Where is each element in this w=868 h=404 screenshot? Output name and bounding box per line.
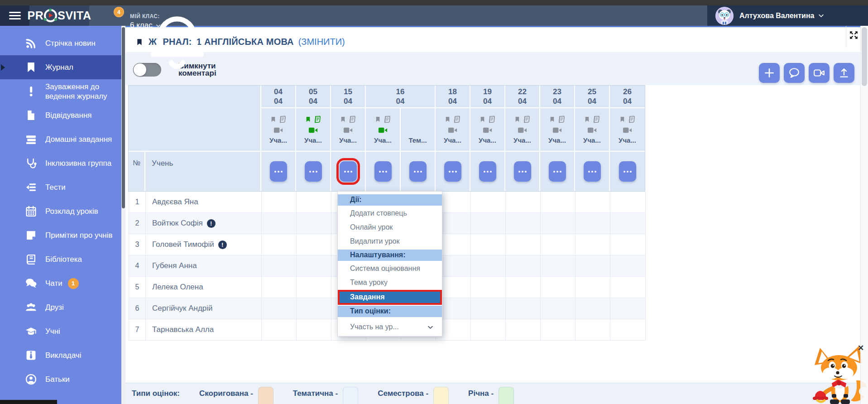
grade-cell[interactable] [575,255,610,276]
mascot-close-button[interactable]: ✕ [856,343,865,352]
lesson-icons-cell[interactable]: Уча... [366,108,401,151]
lesson-icons-cell[interactable]: Тем... [401,108,436,151]
sidebar-item[interactable]: Батьки [0,367,121,391]
grade-cell[interactable] [297,234,331,255]
column-menu-button[interactable] [584,161,601,182]
grade-cell[interactable] [262,319,297,340]
sidebar-item[interactable]: Чати 1 [0,271,121,295]
column-menu-button[interactable] [619,161,636,182]
date-column-header[interactable]: 04 04 [261,86,296,107]
sidebar-item[interactable]: Домашні завдання [0,127,121,151]
lesson-icons-cell[interactable]: Уча... [575,108,610,151]
grade-cell[interactable] [610,234,645,255]
lesson-icons-cell[interactable]: Уча... [470,108,505,151]
context-menu-row[interactable]: Налаштування: [338,250,442,261]
column-menu-button[interactable] [409,161,427,182]
column-menu-button[interactable] [374,161,392,182]
context-menu-row[interactable]: Тип оцінки: [338,306,442,317]
sidebar-item[interactable]: Друзі [0,295,121,319]
date-column-header[interactable]: 16 04 [366,86,436,107]
grade-cell[interactable] [297,277,331,298]
column-menu-button[interactable] [514,161,531,182]
menu-toggle-button[interactable] [0,5,29,26]
page-scrollbar-thumb[interactable] [862,27,867,86]
column-menu-button[interactable] [479,161,496,182]
date-column-header[interactable]: 22 04 [505,86,540,107]
grade-cell[interactable] [610,319,645,340]
comments-button[interactable] [784,63,805,83]
grade-cell[interactable] [262,213,297,234]
context-menu-row[interactable]: Тема уроку [338,276,442,290]
column-menu-button[interactable] [270,161,287,182]
date-column-header[interactable]: 19 04 [470,86,505,107]
lesson-icons-cell[interactable]: Уча... [331,108,366,151]
context-menu-row[interactable]: Дії: [338,194,442,206]
grade-cell[interactable] [297,298,331,319]
sidebar-item[interactable]: Журнал [0,55,121,79]
grade-cell[interactable] [262,277,297,298]
lesson-icons-cell[interactable]: Уча... [610,108,645,151]
change-journal-link[interactable]: (ЗМІНИТИ) [298,37,345,47]
sidebar-item[interactable]: Учні [0,319,121,343]
sidebar-item[interactable]: Стрічка новин [0,31,121,55]
grade-cell[interactable] [610,192,645,212]
grade-cell[interactable] [506,255,541,276]
context-menu-row[interactable]: Завдання [338,290,442,305]
lesson-icons-cell[interactable]: Уча... [540,108,575,151]
grade-cell[interactable] [471,319,506,340]
grade-cell[interactable] [471,255,506,276]
sidebar-item[interactable]: Відвідування [0,103,121,127]
date-column-header[interactable]: 05 04 [296,86,331,107]
grade-cell[interactable] [506,234,541,255]
date-column-header[interactable]: 23 04 [540,86,575,107]
grade-cell[interactable] [262,234,297,255]
notifications-button[interactable]: 4 [109,10,121,23]
grade-cell[interactable] [541,319,575,340]
column-menu-button[interactable] [444,161,461,182]
context-menu-row[interactable]: Система оцінювання [338,262,442,276]
grade-cell[interactable] [610,277,645,298]
grade-cell[interactable] [575,319,610,340]
grade-cell[interactable] [575,234,610,255]
grade-cell[interactable] [506,319,541,340]
grade-cell[interactable] [575,298,610,319]
grade-cell[interactable] [506,192,541,212]
grade-cell[interactable] [610,298,645,319]
grade-cell[interactable] [297,255,331,276]
lesson-icons-cell[interactable]: Уча... [296,108,331,151]
grade-cell[interactable] [506,277,541,298]
sidebar-item[interactable]: Викладачі [0,343,121,367]
user-menu[interactable]: Алтухова Валентина [707,5,868,26]
date-column-header[interactable]: 25 04 [575,86,610,107]
grade-cell[interactable] [575,277,610,298]
context-menu-row[interactable]: Онлайн урок [338,221,442,235]
lesson-icons-cell[interactable]: Уча... [261,108,296,151]
student-alert-icon[interactable]: ! [218,240,227,249]
logo[interactable]: PR SVITA [29,5,89,26]
sidebar-item[interactable]: Зауваження до ведення журналу [0,79,121,103]
date-column-header[interactable]: 18 04 [436,86,470,107]
grade-cell[interactable] [471,277,506,298]
grade-cell[interactable] [575,213,610,234]
grade-cell[interactable] [262,192,297,212]
column-menu-button[interactable] [549,161,566,182]
sidebar-item[interactable]: Розклад уроків [0,199,121,223]
grade-cell[interactable] [541,277,575,298]
grade-cell[interactable] [262,255,297,276]
grade-cell[interactable] [506,298,541,319]
lesson-icons-cell[interactable]: Уча... [505,108,540,151]
grade-cell[interactable] [471,234,506,255]
grade-cell[interactable] [471,213,506,234]
grade-cell[interactable] [541,192,575,212]
fullscreen-button[interactable] [846,23,861,48]
grade-cell[interactable] [541,213,575,234]
add-button[interactable] [759,63,780,83]
sidebar-item[interactable]: Тести [0,175,121,199]
video-lesson-button[interactable] [809,63,830,83]
grade-cell[interactable] [610,213,645,234]
column-menu-button[interactable] [305,161,322,182]
column-menu-button[interactable] [340,161,357,182]
export-button[interactable] [834,63,854,83]
grade-cell[interactable] [297,319,331,340]
sidebar-item[interactable]: Примітки про учнів [0,223,121,247]
